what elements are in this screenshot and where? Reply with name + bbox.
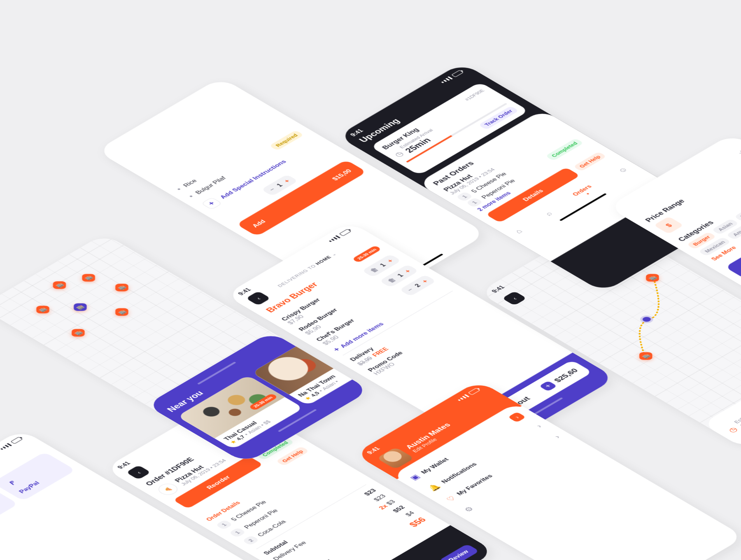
tab-home[interactable]: ⌂ (513, 228, 524, 235)
paypal-icon (4, 477, 22, 488)
plus-icon[interactable]: + (420, 278, 429, 284)
map-pin-icon[interactable]: 🏬 (74, 303, 86, 311)
bell-icon: 🔔 (426, 483, 442, 492)
home-indicator-icon (524, 397, 563, 420)
payment-paypal-label: PayPal (17, 467, 64, 494)
clock-icon: ◷ (392, 150, 405, 158)
option-rice[interactable]: Rice (181, 178, 198, 188)
map-pin-icon[interactable]: 🏬 (53, 281, 66, 289)
add-label: Add (250, 218, 267, 228)
tab-search[interactable]: ⌕ (543, 210, 555, 217)
qty-value: 1 (275, 182, 284, 188)
map-pin-icon[interactable]: 🏬 (82, 274, 95, 281)
minus-icon[interactable]: − (405, 287, 415, 292)
map-pin-icon[interactable]: 🏬 (115, 284, 128, 291)
payment-cash-label: Cash (0, 500, 7, 528)
minus-icon[interactable]: − (268, 187, 277, 192)
wallet-icon: ▣ (408, 473, 422, 481)
restaurant-logo-icon: 🍕 (155, 481, 182, 497)
gear-icon: ⚙ (462, 505, 475, 513)
review-button[interactable]: Review (438, 544, 479, 560)
chevron-right-icon: › (552, 434, 562, 439)
destination-pin-icon: 🏬 (646, 274, 659, 281)
checkout-total: $25,60 (552, 367, 580, 384)
tab-orders[interactable]: Orders• (571, 184, 599, 201)
add-special-icon[interactable]: + (201, 197, 223, 210)
map-pin-icon[interactable]: 🏬 (115, 308, 128, 315)
item-qty: 2 (242, 535, 260, 546)
add-price: $15,00 (330, 168, 353, 182)
tab-profile[interactable]: ☺ (616, 166, 630, 174)
eta-label: Estimated Arrival (733, 401, 741, 424)
home-indicator-icon (278, 409, 317, 432)
heart-icon: ♡ (444, 495, 458, 503)
map-pin-icon[interactable]: 🏬 (36, 306, 49, 313)
origin-pin-icon: 🏬 (639, 352, 652, 359)
back-button[interactable]: ‹ (126, 465, 151, 480)
plus-icon: + (331, 346, 343, 353)
clock-icon: ◷ (726, 426, 740, 434)
star-icon[interactable]: ☆ (735, 148, 741, 157)
map-pin-icon[interactable]: 🏬 (72, 329, 84, 336)
back-button[interactable]: ‹ (246, 291, 271, 306)
plus-icon: + (539, 381, 557, 392)
eta-value: 25min (738, 404, 741, 430)
plus-icon[interactable]: + (282, 178, 291, 184)
